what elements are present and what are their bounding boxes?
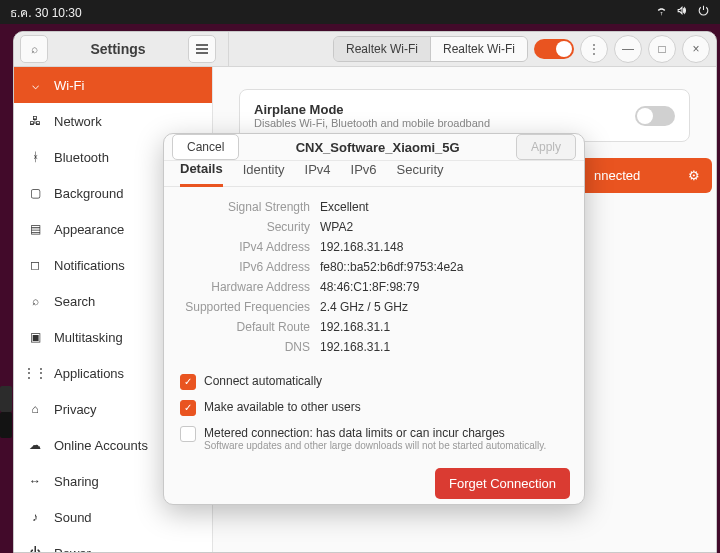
connected-label: nnected [594, 168, 640, 183]
tab-security[interactable]: Security [397, 162, 444, 185]
detail-value: 192.168.31.148 [320, 240, 403, 254]
share-checkbox[interactable]: ✓ [180, 400, 196, 416]
power-icon: ⏻ [28, 546, 42, 553]
gear-icon[interactable]: ⚙ [682, 164, 706, 188]
detail-key: Hardware Address [180, 280, 310, 294]
detail-key: Default Route [180, 320, 310, 334]
sound-icon: ♪ [28, 510, 42, 524]
metered-checkbox[interactable]: ✓ [180, 426, 196, 442]
detail-key: Supported Frequencies [180, 300, 310, 314]
connect-automatically-label: Connect automatically [204, 374, 322, 388]
adapter-segmented: Realtek Wi-Fi Realtek Wi-Fi [333, 36, 528, 62]
detail-value: 192.168.31.1 [320, 340, 390, 354]
detail-value: fe80::ba52:b6df:9753:4e2a [320, 260, 463, 274]
maximize-button[interactable]: □ [648, 35, 676, 63]
sidebar-item-label: Appearance [54, 222, 124, 237]
sidebar-item-wi-fi[interactable]: ⌵Wi-Fi [14, 67, 212, 103]
detail-key: IPv4 Address [180, 240, 310, 254]
detail-key: DNS [180, 340, 310, 354]
detail-row: Hardware Address48:46:C1:8F:98:79 [180, 277, 568, 297]
detail-key: Signal Strength [180, 200, 310, 214]
adapter-tab-a[interactable]: Realtek Wi-Fi [334, 37, 431, 61]
dock-item[interactable] [0, 412, 12, 438]
sidebar-item-label: Sound [54, 510, 92, 525]
sidebar-item-label: Bluetooth [54, 150, 109, 165]
details-section: Signal StrengthExcellentSecurityWPA2IPv4… [164, 187, 584, 361]
detail-value: 2.4 GHz / 5 GHz [320, 300, 408, 314]
adapter-tab-b[interactable]: Realtek Wi-Fi [431, 37, 527, 61]
connect-automatically-checkbox[interactable]: ✓ [180, 374, 196, 390]
search-icon: ⌕ [28, 294, 42, 308]
tab-ipv6[interactable]: IPv6 [351, 162, 377, 185]
sidebar-item-label: Background [54, 186, 123, 201]
search-button[interactable]: ⌕ [20, 35, 48, 63]
airplane-subtitle: Disables Wi-Fi, Bluetooth and mobile bro… [254, 117, 490, 129]
metered-label: Metered connection: has data limits or c… [204, 426, 546, 440]
close-button[interactable]: × [682, 35, 710, 63]
network-connected-row[interactable]: nnected ⚙ [584, 158, 712, 193]
sidebar-item-label: Network [54, 114, 102, 129]
wifi-toggle[interactable] [534, 39, 574, 59]
sidebar-item-label: Power [54, 546, 91, 554]
detail-value: Excellent [320, 200, 369, 214]
options-section: ✓ Connect automatically ✓ Make available… [164, 361, 584, 460]
panel-clock: ธ.ค. 30 10:30 [10, 3, 82, 22]
minimize-button[interactable]: — [614, 35, 642, 63]
sidebar-item-label: Sharing [54, 474, 99, 489]
system-tray [655, 4, 710, 20]
detail-value: WPA2 [320, 220, 353, 234]
detail-row: Signal StrengthExcellent [180, 197, 568, 217]
sidebar-item-label: Search [54, 294, 95, 309]
metered-hint: Software updates and other large downloa… [204, 440, 546, 451]
tab-ipv4[interactable]: IPv4 [305, 162, 331, 185]
tab-identity[interactable]: Identity [243, 162, 285, 185]
online-accounts-icon: ☁ [28, 438, 42, 452]
detail-row: Default Route192.168.31.1 [180, 317, 568, 337]
sidebar-item-label: Wi-Fi [54, 78, 84, 93]
dialog-title: CNX_Software_Xiaomi_5G [239, 140, 516, 155]
dock-item[interactable] [0, 386, 12, 412]
titlebar: ⌕ Settings Realtek Wi-Fi Realtek Wi-Fi ⋮… [14, 32, 716, 67]
wifi-details-dialog: Cancel CNX_Software_Xiaomi_5G Apply Deta… [163, 133, 585, 505]
multitasking-icon: ▣ [28, 330, 42, 344]
tab-details[interactable]: Details [180, 161, 223, 187]
sidebar-item-label: Online Accounts [54, 438, 148, 453]
detail-key: Security [180, 220, 310, 234]
detail-row: SecurityWPA2 [180, 217, 568, 237]
applications-icon: ⋮⋮ [28, 366, 42, 380]
detail-value: 48:46:C1:8F:98:79 [320, 280, 419, 294]
sidebar-item-label: Notifications [54, 258, 125, 273]
notifications-icon: ◻ [28, 258, 42, 272]
detail-row: IPv6 Addressfe80::ba52:b6df:9753:4e2a [180, 257, 568, 277]
sidebar-item-label: Applications [54, 366, 124, 381]
forget-connection-button[interactable]: Forget Connection [435, 468, 570, 499]
sharing-icon: ↔ [28, 474, 42, 488]
bluetooth-icon: ᚼ [28, 150, 42, 164]
hamburger-button[interactable] [188, 35, 216, 63]
airplane-title: Airplane Mode [254, 102, 490, 117]
detail-row: Supported Frequencies2.4 GHz / 5 GHz [180, 297, 568, 317]
sidebar-item-power[interactable]: ⏻Power [14, 535, 212, 553]
privacy-icon: ⌂ [28, 402, 42, 416]
share-label: Make available to other users [204, 400, 361, 414]
wifi-icon[interactable] [655, 4, 668, 20]
detail-row: DNS192.168.31.1 [180, 337, 568, 357]
window-title: Settings [48, 41, 188, 57]
background-icon: ▢ [28, 186, 42, 200]
detail-key: IPv6 Address [180, 260, 310, 274]
titlebar-separator [228, 32, 229, 66]
detail-value: 192.168.31.1 [320, 320, 390, 334]
detail-row: IPv4 Address192.168.31.148 [180, 237, 568, 257]
cancel-button[interactable]: Cancel [172, 134, 239, 160]
dialog-tabs: DetailsIdentityIPv4IPv6Security [164, 161, 584, 187]
wi-fi-icon: ⌵ [28, 78, 42, 92]
volume-icon[interactable] [676, 4, 689, 20]
sidebar-item-label: Privacy [54, 402, 97, 417]
network-icon: 🖧 [28, 114, 42, 128]
kebab-button[interactable]: ⋮ [580, 35, 608, 63]
sidebar-item-label: Multitasking [54, 330, 123, 345]
power-icon[interactable] [697, 4, 710, 20]
apply-button: Apply [516, 134, 576, 160]
airplane-toggle[interactable] [635, 106, 675, 126]
appearance-icon: ▤ [28, 222, 42, 236]
